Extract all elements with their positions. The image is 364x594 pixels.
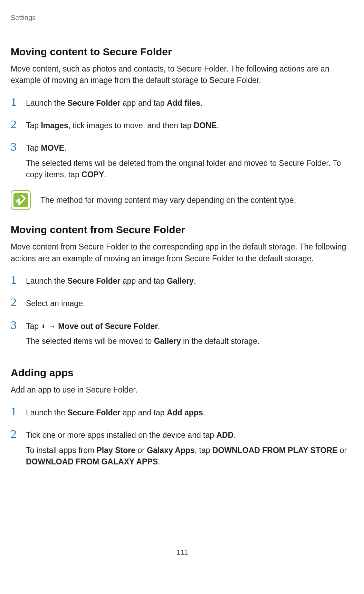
- page-number: 111: [0, 548, 364, 556]
- step-number: 3: [11, 141, 26, 153]
- step-number: 1: [11, 274, 26, 286]
- step-number: 3: [11, 319, 26, 331]
- step-body: Launch the Secure Folder app and tap Add…: [26, 96, 354, 109]
- note-callout: The method for moving content may vary d…: [11, 190, 354, 210]
- step-item: 3 Tap ●●● → Move out of Secure Folder. T…: [11, 319, 354, 347]
- step-body: Select an image.: [26, 296, 354, 309]
- step-item: 1 Launch the Secure Folder app and tap A…: [11, 96, 354, 109]
- step-item: 2 Tick one or more apps installed on the…: [11, 428, 354, 468]
- step-item: 1 Launch the Secure Folder app and tap G…: [11, 274, 354, 287]
- more-options-icon: ●●●: [41, 324, 46, 328]
- breadcrumb: Settings: [11, 14, 354, 22]
- step-item: 2 Select an image.: [11, 296, 354, 309]
- step-number: 2: [11, 119, 26, 130]
- step-body: Tap Images, tick images to move, and the…: [26, 119, 354, 131]
- section-intro: Move content, such as photos and contact…: [11, 63, 354, 86]
- section-heading-moving-from: Moving content from Secure Folder: [11, 224, 354, 236]
- note-icon: [11, 190, 31, 210]
- step-body: Tap ●●● → Move out of Secure Folder. The…: [26, 319, 354, 347]
- step-body: Launch the Secure Folder app and tap Add…: [26, 406, 354, 418]
- step-item: 3 Tap MOVE. The selected items will be d…: [11, 141, 354, 180]
- step-item: 2 Tap Images, tick images to move, and t…: [11, 119, 354, 131]
- section-intro: Add an app to use in Secure Folder.: [11, 384, 354, 396]
- step-item: 1 Launch the Secure Folder app and tap A…: [11, 406, 354, 418]
- step-number: 2: [11, 428, 26, 440]
- step-body: Tick one or more apps installed on the d…: [26, 428, 354, 468]
- step-number: 1: [11, 406, 26, 417]
- step-number: 1: [11, 96, 26, 108]
- svg-rect-1: [13, 193, 28, 207]
- section-heading-adding-apps: Adding apps: [11, 367, 354, 379]
- step-body: Tap MOVE. The selected items will be del…: [26, 141, 354, 180]
- step-number: 2: [11, 296, 26, 308]
- document-page: Settings Moving content to Secure Folder…: [0, 0, 364, 567]
- note-text: The method for moving content may vary d…: [40, 195, 296, 206]
- section-heading-moving-to: Moving content to Secure Folder: [11, 46, 354, 58]
- section-intro: Move content from Secure Folder to the c…: [11, 241, 354, 264]
- step-body: Launch the Secure Folder app and tap Gal…: [26, 274, 354, 287]
